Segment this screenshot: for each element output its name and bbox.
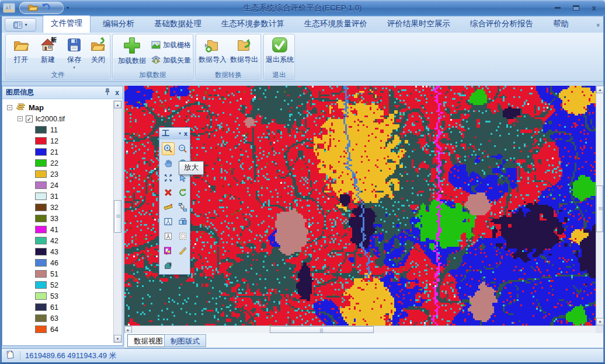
zoom-out-icon (178, 144, 187, 153)
zoom-to-extent-button[interactable] (162, 172, 175, 184)
legend-swatch (35, 215, 47, 222)
toolbar-header[interactable]: 工 ▾ x (159, 128, 190, 139)
scroll-down-icon[interactable]: ▼ (114, 335, 121, 342)
open-button[interactable]: 打开 (8, 36, 34, 71)
legend-swatch (35, 270, 47, 278)
tab-result-display[interactable]: 评价结果时空展示 (380, 16, 458, 33)
tab-help[interactable]: 帮助 (545, 16, 576, 33)
legend-item: 46 (2, 257, 123, 268)
load-data-button[interactable]: 加载数据 (114, 36, 150, 71)
maximize-button[interactable] (569, 4, 582, 12)
scroll-up-icon[interactable]: ▲ (114, 101, 121, 108)
scrollbar-thumb[interactable] (270, 326, 374, 333)
ribbon-group-exit: 退出系统 退出 (263, 34, 295, 80)
symbol-fill-button[interactable] (162, 244, 175, 257)
load-vector-button[interactable]: 加载矢量 (151, 54, 191, 66)
legend-item: 64 (2, 324, 123, 335)
layers-icon (15, 103, 26, 113)
close-button[interactable]: x (587, 4, 600, 12)
scrollbar-thumb[interactable] (114, 200, 121, 233)
tab-eco-parameter-calc[interactable]: 生态环境参数计算 (214, 16, 292, 33)
layer-node-label[interactable]: lc2000.tif (36, 115, 65, 123)
measure-button[interactable] (162, 201, 175, 214)
zoom-in-button[interactable] (162, 142, 175, 155)
legend-item: 11 (2, 124, 123, 135)
save-dropdown-icon[interactable]: ▾ (73, 65, 75, 70)
tab-basic-data-processing[interactable]: 基础数据处理 (147, 16, 209, 33)
legend-swatch (35, 170, 47, 178)
application-menu-button[interactable]: ▾ (5, 18, 36, 32)
tree-node-layer[interactable]: − ✓ lc2000.tif (2, 113, 123, 124)
save-disk-icon (65, 36, 83, 54)
data-import-icon (204, 36, 221, 54)
tab-file-management[interactable]: 文件管理 (43, 15, 91, 33)
exit-system-button[interactable]: 退出系统 (265, 36, 294, 71)
map-canvas[interactable] (124, 86, 596, 326)
identify-button[interactable]: ? (162, 259, 175, 272)
toolbar-dropdown-icon[interactable]: ▾ (179, 131, 181, 136)
ribbon: 打开 新 新建 保存 ▾ 关闭 文件 加载数据 (2, 33, 603, 82)
minimize-button[interactable] (551, 4, 564, 12)
toolbar-close-icon[interactable]: x (184, 130, 187, 137)
layer-panel-header: 图层信息 x (2, 86, 123, 99)
statusbar: 1619489.66 4911943.49 米 (2, 348, 603, 362)
collapse-ribbon-icon[interactable]: » (595, 23, 602, 26)
refresh-button[interactable] (176, 186, 189, 199)
save-button[interactable]: 保存 ▾ (62, 36, 86, 71)
layer-info-panel: 图层信息 x − Map − ✓ lc2000.tif (2, 86, 123, 346)
select-features-button[interactable] (176, 201, 189, 214)
tab-edit-analysis[interactable]: 编辑分析 (95, 16, 142, 33)
expander-icon[interactable]: − (7, 105, 12, 110)
flip-transform-button[interactable] (176, 215, 189, 228)
pin-icon[interactable] (105, 88, 110, 98)
legend-swatch (35, 314, 47, 322)
load-raster-button[interactable]: 加载栅格 (151, 39, 191, 51)
svg-text:新: 新 (50, 36, 57, 43)
edit-vertices-button[interactable] (162, 230, 175, 243)
legend-item: 63 (2, 313, 123, 324)
group-label-data-conversion: 数据转换 (196, 71, 260, 79)
select-box-button[interactable] (176, 230, 189, 243)
tree-node-map[interactable]: − Map (2, 102, 123, 113)
note-icon (5, 349, 15, 362)
close-project-button[interactable]: 关闭 (86, 36, 110, 71)
delete-button[interactable] (162, 186, 175, 199)
legend-item: 61 (2, 302, 123, 313)
scrollbar-thumb[interactable] (596, 186, 603, 232)
toolbar-title: 工 (162, 128, 179, 139)
tab-layout-view[interactable]: 制图版式 (164, 334, 206, 347)
zoom-out-button[interactable] (176, 142, 189, 155)
legend-swatch (35, 303, 47, 311)
legend-item: 12 (2, 135, 123, 146)
legend-swatch (35, 126, 47, 134)
scroll-up-icon[interactable]: ▲ (596, 86, 604, 93)
tooltip: 放大 (179, 161, 204, 175)
application-window: ▾ 生态系统综合评价平台(ECEP 1.0) x ▾ 文件管理 编辑分析 基础数… (0, 0, 605, 364)
vector-icon (151, 55, 161, 65)
expander-icon[interactable]: − (18, 116, 23, 121)
split-polygon-icon (164, 217, 173, 226)
new-button[interactable]: 新 新建 (35, 36, 61, 71)
pan-button[interactable] (162, 157, 175, 170)
coordinates-readout: 1619489.66 4911943.49 米 (25, 351, 117, 361)
scroll-down-icon[interactable]: ▼ (596, 318, 604, 326)
open-folder-icon (12, 36, 30, 54)
tab-eco-quality-eval[interactable]: 生态环境质量评价 (297, 16, 375, 33)
tab-comprehensive-report[interactable]: 综合评价分析报告 (463, 16, 541, 33)
window-controls: x (551, 4, 600, 12)
map-node-label[interactable]: Map (29, 103, 44, 112)
symbol-fill-icon (164, 246, 173, 256)
data-export-button[interactable]: 数据导出 (229, 36, 259, 71)
ribbon-group-file: 打开 新 新建 保存 ▾ 关闭 文件 (5, 34, 110, 80)
legend-swatch (35, 237, 47, 244)
split-polygon-button[interactable] (162, 215, 175, 228)
panel-close-icon[interactable]: x (115, 89, 119, 97)
layer-checkbox[interactable]: ✓ (26, 116, 33, 123)
tab-data-view[interactable]: 数据视图 (127, 334, 169, 347)
paintbrush-button[interactable] (176, 244, 189, 257)
legend-swatch (35, 204, 47, 211)
new-project-icon: 新 (39, 36, 57, 54)
data-import-button[interactable]: 数据导入 (197, 36, 228, 71)
legend-swatch (35, 226, 47, 233)
svg-text:?: ? (168, 261, 172, 267)
